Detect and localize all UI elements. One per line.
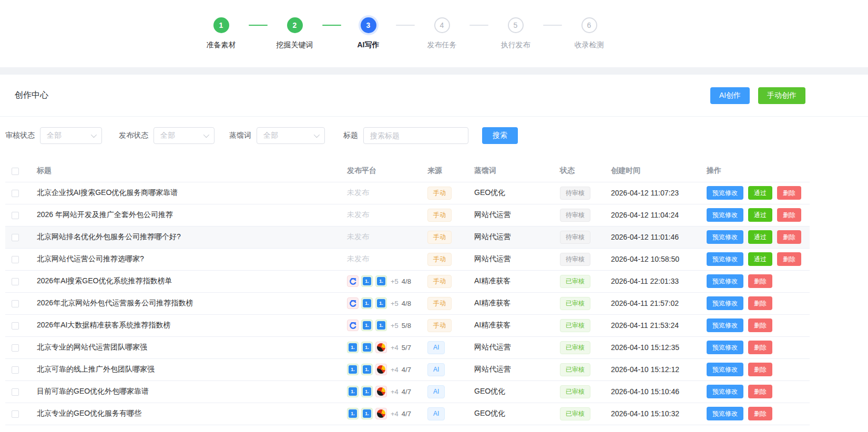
source-cell: 手动 [422,248,469,270]
source-tag: 手动 [427,253,452,266]
step-6-circle: 6 [581,17,597,33]
one-badge-glyph: 1. [363,365,371,374]
source-tag: AI [427,363,445,376]
row-checkbox[interactable] [12,344,19,352]
pass-button[interactable]: 通过 [748,230,772,244]
preview-button[interactable]: 预览修改 [707,407,743,420]
delete-button[interactable]: 删除 [748,296,772,310]
platform-icon-one: 1. [361,275,373,287]
row-checkbox[interactable] [12,234,19,241]
chevron-down-icon [91,132,97,138]
preview-button[interactable]: 预览修改 [707,341,743,354]
platform-cell: 未发布 [342,204,422,226]
column-actions: 操作 [701,160,810,182]
source-cell: AI [422,403,469,425]
status-cell: 已审核 [555,292,606,314]
row-checkbox[interactable] [12,322,19,330]
step-1-label: 准备素材 [207,40,236,50]
title-search-input[interactable] [363,127,468,144]
platform-publish-ratio: 5/7 [402,344,411,352]
status-badge: 已审核 [560,385,590,398]
distill-word-cell: 网站代运营 [469,226,555,248]
platform-icon-flame [375,364,387,375]
delete-button[interactable]: 删除 [777,208,801,222]
search-button[interactable]: 搜索 [482,127,518,144]
distill-word-cell: GEO优化 [469,403,555,425]
platform-cell: 1.1.+44/7 [342,403,422,425]
one-badge-glyph: 1. [349,409,357,418]
preview-button[interactable]: 预览修改 [707,385,743,398]
row-checkbox[interactable] [12,190,19,197]
select-all-checkbox[interactable] [12,168,19,175]
delete-button[interactable]: 删除 [748,318,772,332]
title-cell: 北京网站排名优化外包服务公司推荐哪个好? [32,226,342,248]
created-time-cell: 2026-04-12 11:07:23 [606,182,701,204]
preview-button[interactable]: 预览修改 [707,252,743,266]
distill-word-select[interactable]: 全部 [257,127,325,144]
ai-create-button[interactable]: AI创作 [710,87,750,104]
delete-button[interactable]: 删除 [748,341,772,354]
source-cell: 手动 [422,314,469,336]
one-badge-glyph: 1. [363,321,371,330]
row-checkbox[interactable] [12,256,19,263]
delete-button[interactable]: 删除 [777,230,801,244]
preview-button[interactable]: 预览修改 [707,318,743,332]
checkbox-cell [5,358,32,380]
step-2-label: 挖掘关键词 [277,40,313,50]
publish-status-select[interactable]: 全部 [154,127,215,144]
delete-button[interactable]: 删除 [777,252,801,266]
title-cell: 目前可靠的GEO优化外包哪家靠谱 [32,380,342,403]
chevron-down-icon [314,132,320,138]
manual-create-button[interactable]: 手动创作 [758,87,805,104]
source-tag: 手动 [427,297,452,310]
flame-glyph [377,343,385,352]
table-header-row: 标题 发布平台 来源 蒸馏词 状态 创建时间 操作 [5,160,810,182]
status-badge: 待审核 [560,209,590,222]
checkbox-cell [5,204,32,226]
platform-icon-one: 1. [347,386,359,397]
row-checkbox[interactable] [12,366,19,374]
status-cell: 已审核 [555,380,606,403]
pass-button[interactable]: 通过 [748,252,772,266]
one-badge-glyph: 1. [363,343,371,352]
flame-glyph [377,409,385,418]
step-connector [322,25,341,26]
table-row: 北京专业的网站代运营团队哪家强1.1.+45/7AI网站代运营已审核2026-0… [5,336,810,358]
row-checkbox[interactable] [12,212,19,219]
platform-publish-ratio: 5/8 [402,322,411,330]
distill-word-cell: AI精准获客 [469,314,555,336]
preview-button[interactable]: 预览修改 [707,274,743,288]
preview-button[interactable]: 预览修改 [707,186,743,200]
table-row: 北京网站代运营公司推荐选哪家?未发布手动网站代运营待审核2026-04-12 1… [5,248,810,270]
preview-button[interactable]: 预览修改 [707,363,743,376]
distill-word-label: 蒸馏词 [229,131,251,140]
title-cell: 2026 年网站开发及推广全套外包公司推荐 [32,204,342,226]
title-cell: 北京网站代运营公司推荐选哪家? [32,248,342,270]
delete-button[interactable]: 删除 [748,274,772,288]
row-checkbox[interactable] [12,300,19,307]
row-checkbox[interactable] [12,410,19,418]
table-row: 北京专业的GEO优化服务有哪些1.1.+44/7AIGEO优化已审核2026-0… [5,403,810,425]
one-badge-glyph: 1. [349,365,357,374]
pass-button[interactable]: 通过 [748,208,772,222]
delete-button[interactable]: 删除 [777,186,801,200]
created-time-cell: 2026-04-11 21:53:24 [606,314,701,336]
title-filter-label: 标题 [343,131,358,140]
delete-button[interactable]: 删除 [748,385,772,398]
preview-button[interactable]: 预览修改 [707,208,743,222]
platform-icon-c [347,297,359,309]
pass-button[interactable]: 通过 [748,186,772,200]
row-checkbox[interactable] [12,278,19,285]
platform-cell: 1.1.+44/7 [342,380,422,403]
row-checkbox[interactable] [12,388,19,396]
delete-button[interactable]: 删除 [748,407,772,420]
audit-status-select[interactable]: 全部 [40,127,102,144]
title-cell: 2026年AI大数据精准获客系统推荐指数榜 [32,314,342,336]
delete-button[interactable]: 删除 [748,363,772,376]
preview-button[interactable]: 预览修改 [707,230,743,244]
step-5: 5执行发布 [492,17,539,50]
column-distill-word: 蒸馏词 [469,160,555,182]
preview-button[interactable]: 预览修改 [707,296,743,310]
status-cell: 已审核 [555,270,606,292]
step-connector [396,25,415,26]
